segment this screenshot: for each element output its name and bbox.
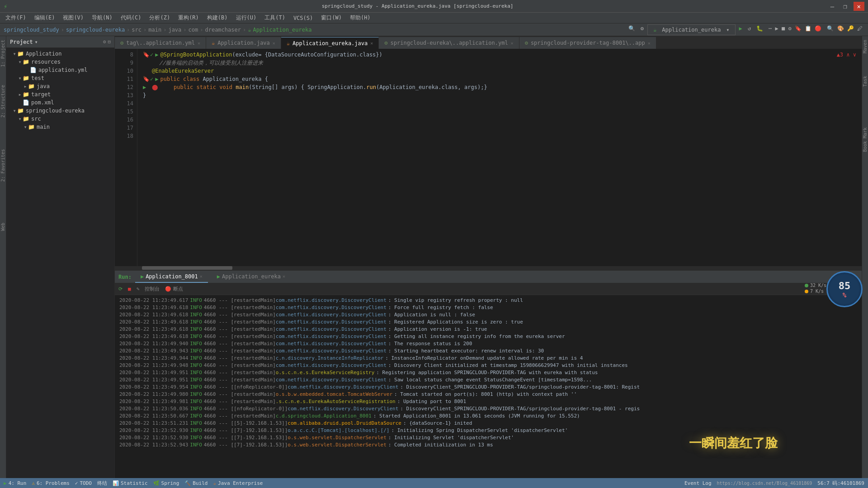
log-line-18: 2020-08-22 11:23:52.930 INFO 4660 --- [ … — [118, 427, 858, 434]
tab-application-yml[interactable]: ⚙ tag\..application.yml ✕ — [115, 37, 206, 49]
tree-item-main[interactable]: ▾ 📁 main — [6, 123, 114, 131]
perf-bars: 32 K/s 7 K/s — [805, 283, 826, 294]
close-button[interactable]: ✕ — [854, 2, 864, 11]
status-blog-url[interactable]: https://blog.csdn.net/Blog_46101869 — [717, 481, 812, 486]
tree-item-src[interactable]: ▾ 📁 src — [6, 115, 114, 123]
project-dropdown-arrow[interactable]: ▾ — [35, 39, 38, 45]
menu-navigate[interactable]: 导航(N) — [88, 13, 116, 23]
status-todo[interactable]: ✓ TODO — [75, 480, 92, 486]
console-btn-edit[interactable]: ✎ — [137, 286, 140, 292]
editor-scrollbar[interactable] — [115, 266, 862, 270]
bottom-tab-eureka[interactable]: ▶ Application_eureka ✕ — [212, 271, 291, 283]
status-build[interactable]: 🔨 Build — [184, 480, 208, 486]
breadcrumb-project[interactable]: springcloud_study — [4, 27, 59, 33]
menu-window[interactable]: 窗口(W) — [317, 13, 345, 23]
nav-actions[interactable]: 🔍 ⚙ ☕ Application_eureka ▾ ▶ ↺ 🐛 ⋯ ▶ ■ ⚙… — [627, 24, 864, 35]
menu-refactor[interactable]: 重构(R) — [175, 13, 203, 23]
status-run[interactable]: ▶ 4: Run — [4, 480, 26, 486]
vert-tab-favorites[interactable]: 2: Favorites — [0, 147, 6, 183]
menu-analyze[interactable]: 分析(Z) — [146, 13, 174, 23]
tab-close-icon[interactable]: ✕ — [198, 41, 200, 46]
status-java-enterprise[interactable]: ☕ Java Enterprise — [213, 480, 263, 486]
tree-item-java[interactable]: ▸ 📁 java — [6, 82, 114, 90]
vert-tab-web[interactable]: Web — [0, 221, 6, 233]
console-btn-stop[interactable]: ■ — [128, 286, 131, 292]
scrollbar-thumb[interactable] — [142, 266, 232, 270]
breakpoints-label[interactable]: 🔴 断点 — [165, 286, 183, 292]
vert-tab-taskbar[interactable]: Task — [862, 74, 868, 89]
breadcrumb-com[interactable]: com — [189, 27, 198, 33]
nav-dropdown-label[interactable]: Application_eureka — [660, 26, 722, 34]
collapse-icon[interactable]: ⊟ — [108, 39, 111, 45]
breadcrumb-main[interactable]: main — [148, 27, 161, 33]
menu-build[interactable]: 构建(B) — [203, 13, 231, 23]
nav-bar: springcloud_study › springcloud-eureka ›… — [0, 23, 868, 36]
nav-debug-icon[interactable]: 🐛 — [755, 24, 765, 35]
title-bar-controls[interactable]: — ❐ ✕ — [828, 2, 864, 11]
tab-close-icon[interactable]: ✕ — [370, 41, 373, 46]
console-btn-restart[interactable]: ⟳ — [118, 286, 123, 292]
nav-right-icons[interactable]: 🔍 🎨 🔑 🖊 — [825, 24, 864, 35]
vert-tab-structure[interactable]: 2: Structure — [0, 83, 6, 119]
menu-edit[interactable]: 编辑(E) — [31, 13, 59, 23]
log-class: c.d.springcloud.Application_8001 — [276, 413, 372, 420]
menu-tools[interactable]: 工具(T) — [261, 13, 289, 23]
tree-item-application[interactable]: ▾ 📁 Application — [6, 50, 114, 58]
breadcrumb-src[interactable]: src — [132, 27, 142, 33]
tab-close-eureka[interactable]: ✕ — [283, 274, 285, 279]
nav-dropdown[interactable]: ☕ Application_eureka ▾ — [647, 24, 736, 35]
tab-close-8001[interactable]: ✕ — [200, 274, 203, 279]
vert-tab-bookmarks[interactable]: Book Mark — [862, 126, 868, 154]
log-thread: restartedMain — [234, 355, 273, 362]
tab-application-eureka[interactable]: ☕ Application_eureka.java ✕ — [281, 37, 379, 49]
tab-close-icon[interactable]: ✕ — [648, 41, 651, 46]
vert-tab-project[interactable]: 1: Project — [0, 38, 6, 69]
status-problems[interactable]: ⚠ 6: Problems — [32, 480, 69, 486]
code-dot: .class}) — [356, 51, 382, 59]
breadcrumb-module[interactable]: springcloud-eureka — [66, 27, 125, 33]
nav-settings-icon[interactable]: ⚙ — [639, 24, 646, 35]
breadcrumb-file[interactable]: ☕ Application_eureka — [248, 27, 311, 33]
log-line-7: 2020-08-22 11:23:49.943 INFO 4660 --- [ … — [118, 347, 858, 355]
status-statistic[interactable]: 📊 Statistic — [113, 480, 148, 486]
nav-reload-icon[interactable]: ↺ — [746, 24, 753, 35]
breadcrumb-java[interactable]: java — [168, 27, 181, 33]
maximize-button[interactable]: ❐ — [840, 2, 849, 11]
tab-close-icon[interactable]: ✕ — [273, 41, 275, 46]
menu-view[interactable]: 视图(V) — [59, 13, 87, 23]
status-end[interactable]: 终结 — [97, 480, 107, 487]
line-step2: ▶ — [155, 75, 158, 83]
tree-item-target[interactable]: ▸ 📁 target — [6, 90, 114, 99]
tree-item-test[interactable]: ▾ 📁 test — [6, 74, 114, 82]
vert-tab-maven[interactable]: Maven — [862, 38, 868, 55]
status-spring[interactable]: 🌿 Spring — [153, 480, 179, 486]
menu-code[interactable]: 代码(C) — [117, 13, 145, 23]
code-paren: (exclude= { — [232, 51, 268, 59]
tree-item-springcloud-eureka[interactable]: ▾ 📁 springcloud-eureka — [6, 107, 114, 115]
tab-close-icon[interactable]: ✕ — [511, 41, 514, 46]
tree-item-pom[interactable]: 📄 pom.xml — [6, 99, 114, 107]
log-line-3: 2020-08-22 11:23:49.618 INFO 4660 --- [ … — [118, 319, 858, 326]
menu-run[interactable]: 运行(U) — [232, 13, 260, 23]
tree-item-application-yml[interactable]: 📄 application.yml — [6, 66, 114, 74]
nav-run-icon[interactable]: ▶ — [737, 24, 744, 35]
status-event-log[interactable]: Event Log — [684, 480, 712, 486]
tree-item-resources[interactable]: ▾ 📁 resources — [6, 58, 114, 66]
minimize-button[interactable]: — — [828, 2, 837, 11]
nav-search-icon[interactable]: 🔍 — [627, 24, 637, 35]
bottom-tab-8001[interactable]: ▶ Application_8001 ✕ — [135, 271, 208, 283]
tab-provider[interactable]: ⚙ springcloud-provider-tag-8001\..app ✕ — [519, 37, 656, 49]
menu-help[interactable]: 帮助(H) — [346, 13, 374, 23]
nav-more-icons[interactable]: ⋯ ▶ ■ ⚙ 🔖 📋 🔴 — [767, 24, 823, 35]
console-output[interactable]: 2020-08-22 11:23:49.617 INFO 4660 --- [ … — [115, 295, 862, 488]
tab-application-java[interactable]: ☕ Application.java ✕ — [206, 37, 281, 49]
breadcrumb-dreamchaser[interactable]: dreamchaser — [205, 27, 241, 33]
menu-file[interactable]: 文件(F) — [2, 13, 30, 23]
gear-icon[interactable]: ⚙ — [103, 39, 106, 45]
expand-arrow: ▾ — [17, 75, 23, 81]
log-thread: [nfoReplicator-0] — [234, 384, 285, 391]
status-java-label: Java Enterprise — [218, 480, 263, 486]
project-panel-actions[interactable]: ⚙ ⊟ — [103, 39, 111, 45]
menu-vcs[interactable]: VCS(S) — [290, 14, 316, 22]
tab-eureka-yml[interactable]: ⚙ springcloud-eureka\..application.yml ✕ — [379, 37, 519, 49]
